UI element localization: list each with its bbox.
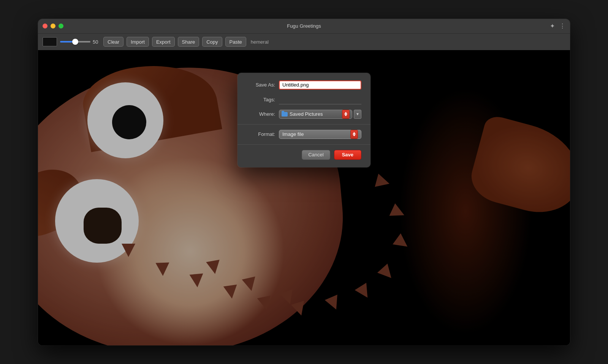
where-row: Where: Saved Pictures ▼: [247, 110, 361, 119]
tags-label: Tags:: [247, 97, 275, 102]
format-select[interactable]: Image file: [279, 130, 361, 139]
stepper-down-icon: [353, 134, 356, 136]
format-stepper[interactable]: [350, 130, 358, 139]
extension-icon[interactable]: ✦: [550, 22, 555, 30]
brush-color-swatch[interactable]: [43, 37, 57, 46]
import-button[interactable]: Import: [127, 37, 149, 47]
tags-row: Tags:: [247, 95, 361, 104]
stepper-down-icon: [344, 114, 347, 116]
close-button[interactable]: [43, 24, 48, 28]
dialog-divider-2: [238, 144, 370, 145]
maximize-button[interactable]: [59, 24, 63, 28]
save-as-label: Save As:: [247, 82, 275, 88]
stepper-up-icon: [353, 132, 356, 134]
where-expand-button[interactable]: ▼: [354, 110, 361, 119]
brush-size-value: 50: [93, 39, 100, 45]
format-container: Image file: [279, 130, 361, 139]
folder-icon: [282, 112, 288, 117]
save-as-input[interactable]: [279, 80, 361, 90]
stepper-up-icon: [344, 112, 347, 114]
dialog-divider: [238, 124, 370, 124]
brush-size-container: 50: [60, 39, 100, 45]
tags-input[interactable]: [279, 95, 348, 104]
save-as-row: Save As:: [247, 80, 361, 90]
share-button[interactable]: Share: [178, 37, 200, 47]
where-select-inner: Saved Pictures: [282, 111, 340, 117]
where-label: Where:: [247, 111, 275, 117]
save-button[interactable]: Save: [334, 150, 361, 160]
minimize-button[interactable]: [51, 24, 55, 28]
save-dialog: Save As: Tags: Where:: [238, 73, 370, 167]
where-stepper[interactable]: [342, 110, 350, 119]
title-bar-actions: ✦ ⋮: [550, 22, 565, 30]
tags-input-container: [279, 95, 361, 104]
paste-button[interactable]: Paste: [225, 37, 246, 47]
where-select[interactable]: Saved Pictures: [279, 110, 352, 119]
copy-button[interactable]: Copy: [202, 37, 222, 47]
canvas-area[interactable]: Save As: Tags: Where:: [38, 50, 570, 345]
dialog-buttons: Cancel Save: [247, 150, 361, 160]
app-window: Fugu Greetings ✦ ⋮ 50 Clear Import Expor…: [38, 19, 570, 345]
where-value: Saved Pictures: [290, 111, 323, 117]
format-row: Format: Image file: [247, 130, 361, 139]
cancel-button[interactable]: Cancel: [302, 150, 330, 160]
where-container: Saved Pictures ▼: [279, 110, 361, 119]
more-options-icon[interactable]: ⋮: [559, 22, 565, 30]
export-button[interactable]: Export: [152, 37, 175, 47]
format-value: Image file: [282, 131, 304, 137]
toolbar: 50 Clear Import Export Share Copy Paste …: [38, 33, 570, 50]
traffic-lights: [43, 24, 63, 28]
ephemeral-label: hemeral: [251, 39, 269, 45]
window-title: Fugu Greetings: [287, 23, 321, 29]
modal-overlay: Save As: Tags: Where:: [38, 50, 570, 345]
title-bar: Fugu Greetings ✦ ⋮: [38, 19, 570, 33]
format-label: Format:: [247, 131, 275, 137]
brush-size-slider[interactable]: [60, 41, 90, 43]
clear-button[interactable]: Clear: [103, 37, 124, 47]
